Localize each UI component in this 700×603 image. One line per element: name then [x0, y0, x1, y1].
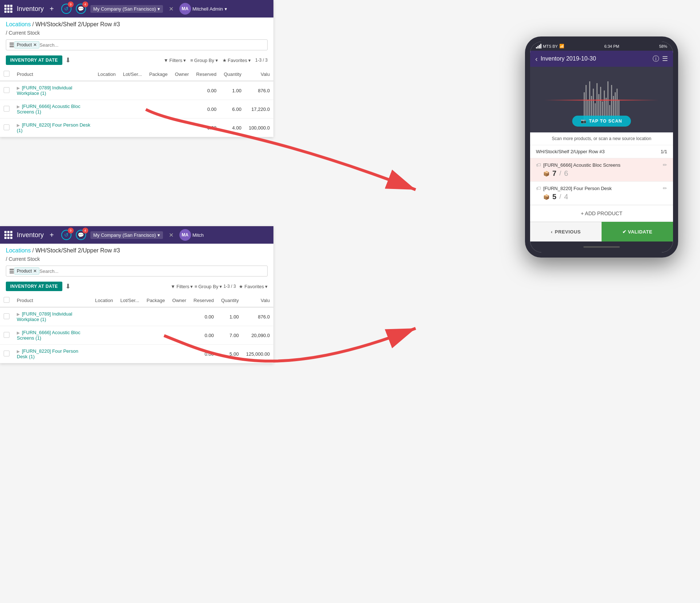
row-location	[94, 119, 119, 137]
bottom-search-container[interactable]: ☰ Product ✕	[6, 266, 268, 277]
row-expander-icon[interactable]: ▶	[17, 349, 20, 353]
row-checkbox-cell[interactable]	[0, 345, 13, 363]
row-owner	[171, 100, 192, 119]
app-title: Inventory	[17, 5, 44, 13]
tap-to-scan-button[interactable]: 📷 TAP TO SCAN	[572, 116, 631, 127]
phone-product-list: 🏷 [FURN_6666] Acoustic Bloc Screens ✏ 📦 …	[530, 158, 673, 205]
bottom-inventory-at-date-button[interactable]: INVENTORY AT DATE	[6, 282, 62, 291]
bottom-group-by-button[interactable]: ≡ Group By ▾	[194, 284, 222, 289]
bottom-company-selector[interactable]: My Company (San Francisco) ▾	[90, 231, 163, 239]
table-row[interactable]: ▶[FURN_0789] Individual Workplace (1) 0.…	[0, 81, 273, 100]
row-checkbox-cell[interactable]	[0, 100, 13, 119]
message-badge-wrap[interactable]: 💬 4	[76, 4, 86, 14]
row-expander-icon[interactable]: ▶	[17, 104, 20, 109]
top-navbar: Inventory + ↺ 9 💬 4 My Company (San Fran…	[0, 0, 273, 18]
row-package	[143, 326, 169, 345]
row-checkbox[interactable]	[4, 124, 9, 130]
close-icon[interactable]: ✕	[169, 5, 174, 12]
bottom-result-count: 1-3 / 3	[223, 284, 236, 289]
phone-product-item[interactable]: 🏷 [FURN_6666] Acoustic Bloc Screens ✏ 📦 …	[530, 158, 673, 182]
row-checkbox-cell[interactable]	[0, 81, 13, 100]
row-checkbox-cell[interactable]	[0, 326, 13, 345]
breadcrumb-locations-link[interactable]: Locations	[6, 21, 31, 28]
bottom-message-badge-wrap[interactable]: 💬 4	[76, 230, 86, 240]
previous-button[interactable]: ‹ PREVIOUS	[530, 222, 602, 241]
inventory-at-date-button[interactable]: INVENTORY AT DATE	[6, 55, 62, 65]
row-location	[92, 307, 117, 326]
bottom-select-all-header[interactable]	[0, 294, 13, 307]
bottom-notification-badge-wrap[interactable]: ↺ 9	[61, 230, 71, 240]
bottom-favorites-dropdown-icon: ▾	[265, 284, 268, 289]
favorites-button[interactable]: ★ Favorites ▾	[222, 58, 251, 63]
bottom-breadcrumb-locations-link[interactable]: Locations	[6, 247, 31, 254]
search-input[interactable]	[39, 42, 264, 48]
row-expander-icon[interactable]: ▶	[17, 331, 20, 335]
group-by-button[interactable]: ≡ Group By ▾	[190, 58, 218, 63]
row-quantity: 6.00	[220, 100, 245, 119]
user-menu[interactable]: MA Mitchell Admin ▾	[179, 3, 227, 15]
row-product-name: [FURN_0789] Individual Workplace (1)	[17, 311, 72, 322]
row-checkbox[interactable]	[4, 332, 9, 338]
filters-button[interactable]: ▼ Filters ▾	[164, 58, 186, 63]
row-quantity: 7.00	[218, 326, 242, 345]
row-expander-icon[interactable]: ▶	[17, 86, 20, 90]
bottom-add-icon[interactable]: +	[50, 231, 54, 239]
phone-qty-done: 5	[552, 193, 556, 201]
search-tag-product[interactable]: Product ✕	[14, 41, 39, 49]
bottom-favorites-button[interactable]: ★ Favorites ▾	[239, 284, 268, 289]
row-checkbox[interactable]	[4, 351, 9, 356]
bottom-col-value: Valu	[242, 294, 273, 307]
bottom-company-name: My Company (San Francisco)	[93, 232, 156, 238]
table-row[interactable]: ▶[FURN_6666] Acoustic Bloc Screens (1) 0…	[0, 100, 273, 119]
row-expander-icon[interactable]: ▶	[17, 312, 20, 316]
bottom-download-icon[interactable]: ⬇	[65, 282, 71, 290]
row-checkbox[interactable]	[4, 106, 9, 112]
table-row[interactable]: ▶[FURN_6666] Acoustic Bloc Screens (1) 0…	[0, 326, 273, 345]
select-all-checkbox[interactable]	[4, 71, 9, 77]
row-value: 20,090.0	[242, 326, 273, 345]
breadcrumb: Locations / WH/Stock/Shelf 2/Upper Row #…	[0, 18, 273, 37]
phone-product-item[interactable]: 🏷 [FURN_8220] Four Person Desk ✏ 📦 5 / 4	[530, 182, 673, 205]
bottom-user-menu[interactable]: MA Mitch	[179, 229, 204, 241]
bottom-search-input[interactable]	[39, 268, 264, 274]
phone-location-item[interactable]: WH/Stock/Shelf 2/Upper Row #3 1/1	[530, 145, 673, 158]
table-row[interactable]: ▶[FURN_0789] Individual Workplace (1) 0.…	[0, 307, 273, 326]
hamburger-icon[interactable]: ☰	[662, 55, 668, 63]
tag-icon: 🏷	[536, 185, 541, 191]
validate-button[interactable]: ✔ VALIDATE	[602, 222, 673, 241]
phone-qty-separator: /	[559, 193, 561, 201]
row-lot	[119, 81, 145, 100]
add-icon[interactable]: +	[50, 5, 54, 13]
table-row[interactable]: ▶[FURN_8220] Four Person Desk (1) 0.00 5…	[0, 345, 273, 363]
bottom-select-all-checkbox[interactable]	[4, 297, 9, 303]
bottom-col-owner: Owner	[169, 294, 190, 307]
grid-icon[interactable]	[4, 5, 12, 13]
bottom-search-tag-remove-icon[interactable]: ✕	[33, 268, 37, 274]
info-icon[interactable]: ⓘ	[653, 54, 659, 63]
company-selector[interactable]: My Company (San Francisco) ▾	[90, 5, 163, 13]
row-product: ▶[FURN_8220] Four Person Desk (1)	[13, 345, 92, 363]
add-product-button[interactable]: + ADD PRODUCT	[530, 205, 673, 222]
search-container[interactable]: ☰ Product ✕	[6, 39, 268, 50]
back-icon[interactable]: ‹	[535, 55, 538, 63]
bottom-filters-button[interactable]: ▼ Filters ▾	[171, 284, 193, 289]
notification-badge-wrap[interactable]: ↺ 9	[61, 4, 71, 14]
row-checkbox-cell[interactable]	[0, 119, 13, 137]
download-icon[interactable]: ⬇	[65, 56, 71, 64]
user-dropdown-icon: ▾	[225, 6, 227, 12]
row-expander-icon[interactable]: ▶	[17, 123, 20, 127]
bottom-close-icon[interactable]: ✕	[169, 232, 174, 239]
search-tag-remove-icon[interactable]: ✕	[33, 42, 37, 47]
edit-icon[interactable]: ✏	[663, 162, 667, 168]
bottom-user-name: Mitch	[192, 232, 204, 238]
phone-inventory-title: Inventory 2019-10-30	[541, 55, 650, 62]
edit-icon[interactable]: ✏	[663, 185, 667, 191]
table-row[interactable]: ▶[FURN_8220] Four Person Desk (1) 0.00 4…	[0, 119, 273, 137]
select-all-header[interactable]	[0, 68, 13, 81]
bottom-search-tag-product[interactable]: Product ✕	[14, 267, 39, 275]
row-checkbox[interactable]	[4, 313, 9, 319]
bottom-grid-icon[interactable]	[4, 231, 12, 239]
phone-qty-expected: 6	[564, 169, 568, 178]
row-checkbox[interactable]	[4, 87, 9, 93]
row-checkbox-cell[interactable]	[0, 307, 13, 326]
